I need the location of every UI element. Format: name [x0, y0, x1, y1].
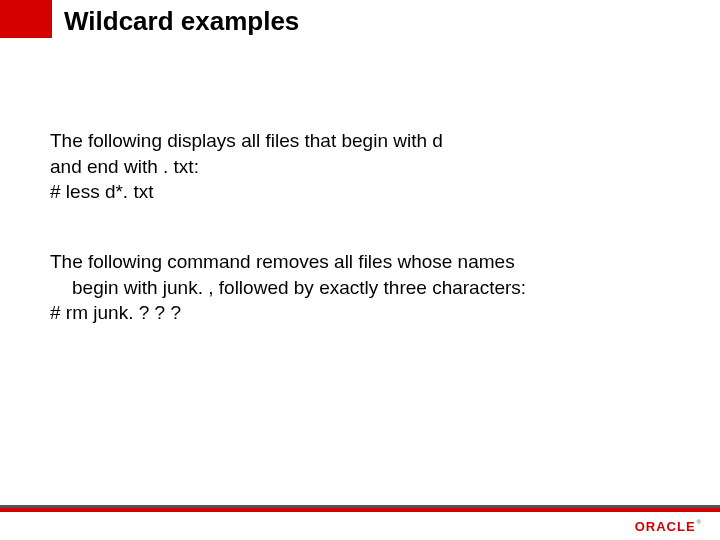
- para1-line2: and end with . txt:: [50, 154, 670, 180]
- para2-line1: The following command removes all files …: [50, 249, 670, 275]
- para2-line3: # rm junk. ? ? ?: [50, 300, 670, 326]
- para1-line3: # less d*. txt: [50, 179, 670, 205]
- para1-line1: The following displays all files that be…: [50, 128, 670, 154]
- logo-text: ORACLE: [635, 519, 696, 534]
- slide-title: Wildcard examples: [64, 6, 299, 37]
- paragraph-1: The following displays all files that be…: [50, 128, 670, 205]
- trademark-icon: ®: [697, 519, 702, 525]
- header-red-square: [0, 0, 52, 38]
- paragraph-2: The following command removes all files …: [50, 249, 670, 326]
- footer-bar: [0, 508, 720, 512]
- slide-content: The following displays all files that be…: [50, 128, 670, 326]
- oracle-logo: ORACLE®: [635, 519, 702, 534]
- para2-line2: begin with junk. , followed by exactly t…: [50, 275, 670, 301]
